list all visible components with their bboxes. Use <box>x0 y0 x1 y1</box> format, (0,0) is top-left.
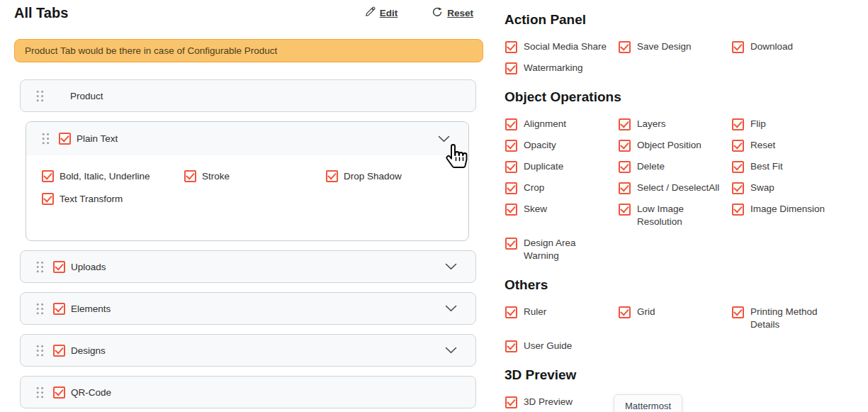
feature-skew[interactable]: Skew <box>505 203 619 216</box>
feature-social-media-share[interactable]: Social Media Share <box>505 40 619 53</box>
feature-checkbox[interactable] <box>619 182 631 194</box>
feature-best-fit[interactable]: Best Fit <box>732 160 863 173</box>
feature-checkbox[interactable] <box>505 340 517 352</box>
feature-checkbox[interactable] <box>505 140 517 152</box>
tab-label: Plain Text <box>77 133 118 144</box>
plain-text-options: Bold, Italic, Underline Stroke Drop Shad… <box>26 155 468 240</box>
section-title-3d-preview: 3D Preview <box>505 367 861 383</box>
feature-delete[interactable]: Delete <box>619 160 732 173</box>
feature-checkbox[interactable] <box>505 118 517 130</box>
uploads-checkbox[interactable] <box>53 261 65 273</box>
feature-reset[interactable]: Reset <box>732 139 863 152</box>
option-stroke[interactable]: Stroke <box>184 170 326 182</box>
feature-checkbox[interactable] <box>619 118 631 130</box>
feature-label: Save Design <box>637 40 692 53</box>
feature-checkbox[interactable] <box>619 161 631 173</box>
tab-label: Product <box>70 91 103 101</box>
feature-grid[interactable]: Grid <box>619 306 732 318</box>
designs-checkbox[interactable] <box>53 345 65 357</box>
feature-user-guide[interactable]: User Guide <box>505 340 619 352</box>
feature-layers[interactable]: Layers <box>619 118 732 130</box>
feature-label: Layers <box>637 118 666 130</box>
drag-handle-icon[interactable] <box>36 344 45 357</box>
drag-handle-icon[interactable] <box>42 133 50 145</box>
drag-handle-icon[interactable] <box>36 260 45 273</box>
feature-download[interactable]: Download <box>732 40 863 53</box>
feature-printing-method-details[interactable]: Printing Method Details <box>732 306 863 331</box>
feature-settings-panel: Action Panel Social Media Share Save Des… <box>503 0 861 408</box>
feature-opacity[interactable]: Opacity <box>505 139 619 152</box>
feature-select-deselect-all[interactable]: Select / DeselectAll <box>619 182 732 194</box>
tab-row-product[interactable]: Product <box>20 79 476 112</box>
tab-row-uploads[interactable]: Uploads <box>20 250 476 283</box>
qr-code-checkbox[interactable] <box>53 386 65 399</box>
feature-swap[interactable]: Swap <box>732 182 863 194</box>
feature-checkbox[interactable] <box>732 306 744 318</box>
feature-label: Best Fit <box>750 160 783 173</box>
feature-checkbox[interactable] <box>505 204 517 216</box>
feature-checkbox[interactable] <box>732 140 744 152</box>
feature-object-position[interactable]: Object Position <box>619 139 732 152</box>
feature-checkbox[interactable] <box>505 62 517 74</box>
option-text-transform[interactable]: Text Transform <box>42 193 184 205</box>
feature-label: User Guide <box>524 340 572 352</box>
feature-checkbox[interactable] <box>505 306 517 318</box>
feature-checkbox[interactable] <box>732 161 744 173</box>
option-checkbox[interactable] <box>42 170 54 182</box>
option-bold-italic-underline[interactable]: Bold, Italic, Underline <box>42 170 184 182</box>
feature-crop[interactable]: Crop <box>505 182 619 194</box>
chevron-down-icon[interactable] <box>445 263 457 270</box>
feature-low-image-resolution[interactable]: Low Image Resolution <box>619 203 732 228</box>
plain-text-checkbox[interactable] <box>59 133 71 145</box>
tab-row-plain-text[interactable]: Plain Text <box>26 122 468 155</box>
feature-duplicate[interactable]: Duplicate <box>505 160 619 173</box>
feature-checkbox[interactable] <box>619 41 631 53</box>
feature-label: Design Area Warning <box>524 237 576 262</box>
drag-handle-icon[interactable] <box>36 386 45 399</box>
tab-row-elements[interactable]: Elements <box>20 292 476 325</box>
drag-handle-icon[interactable] <box>36 302 45 315</box>
feature-design-area-warning[interactable]: Design Area Warning <box>505 237 619 262</box>
feature-checkbox[interactable] <box>505 396 517 408</box>
feature-checkbox[interactable] <box>505 41 517 53</box>
reset-icon <box>432 6 443 20</box>
option-checkbox[interactable] <box>326 170 338 182</box>
chevron-down-icon[interactable] <box>445 347 457 354</box>
option-drop-shadow[interactable]: Drop Shadow <box>326 170 468 182</box>
feature-checkbox[interactable] <box>505 161 517 173</box>
feature-ruler[interactable]: Ruler <box>505 306 619 318</box>
feature-image-dimension[interactable]: Image Dimension <box>732 203 863 216</box>
option-checkbox[interactable] <box>42 193 54 205</box>
all-tabs-panel: All Tabs Edit Reset Product Tab would be… <box>14 3 483 412</box>
drag-handle-icon[interactable] <box>36 89 45 102</box>
chevron-down-icon[interactable] <box>438 135 450 143</box>
elements-checkbox[interactable] <box>53 303 65 315</box>
tab-row-designs[interactable]: Designs <box>20 334 476 367</box>
feature-checkbox[interactable] <box>619 204 631 216</box>
chevron-down-icon[interactable] <box>445 305 457 312</box>
feature-save-design[interactable]: Save Design <box>619 40 732 53</box>
option-checkbox[interactable] <box>184 170 196 182</box>
edit-button[interactable]: Edit <box>365 6 398 19</box>
tab-group-plain-text: Plain Text Bold, Italic, Underline Strok… <box>26 121 469 241</box>
feature-checkbox[interactable] <box>732 204 744 216</box>
feature-label: 3D Preview <box>524 396 573 408</box>
feature-checkbox[interactable] <box>732 182 744 194</box>
feature-label: Watermarking <box>524 62 583 74</box>
feature-label: Low Image Resolution <box>637 203 684 228</box>
reset-button[interactable]: Reset <box>432 6 473 20</box>
feature-checkbox[interactable] <box>732 118 744 130</box>
feature-flip[interactable]: Flip <box>732 118 863 130</box>
tab-row-qr-code[interactable]: QR-Code <box>20 376 476 408</box>
feature-checkbox[interactable] <box>619 306 631 318</box>
feature-checkbox[interactable] <box>505 182 517 194</box>
pencil-icon <box>365 6 376 19</box>
feature-alignment[interactable]: Alignment <box>505 118 619 130</box>
others-grid: Ruler Grid Printing Method Details User … <box>503 306 861 352</box>
feature-checkbox[interactable] <box>505 238 517 250</box>
feature-checkbox[interactable] <box>732 41 744 53</box>
feature-watermarking[interactable]: Watermarking <box>505 62 619 74</box>
feature-3d-preview[interactable]: 3D Preview <box>505 396 619 408</box>
feature-label: Alignment <box>524 118 566 130</box>
feature-checkbox[interactable] <box>619 140 631 152</box>
